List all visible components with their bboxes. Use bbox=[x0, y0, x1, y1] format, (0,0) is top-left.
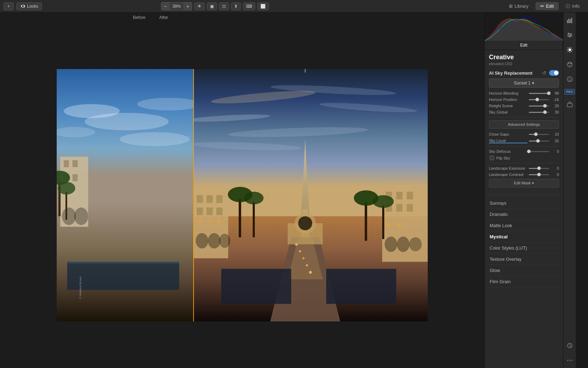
svg-point-2 bbox=[85, 113, 169, 130]
bag-icon-btn[interactable] bbox=[565, 100, 575, 109]
canvas-area: Before After bbox=[0, 13, 484, 368]
slider-value-landscape-contrast: 0 bbox=[551, 172, 559, 177]
menu-item-color-styles[interactable]: Color Styles (LUT) bbox=[489, 243, 559, 254]
histogram-svg bbox=[485, 13, 563, 41]
slider-track-landscape-exposure[interactable] bbox=[529, 168, 549, 169]
zoom-minus-button[interactable]: − bbox=[161, 2, 169, 10]
svg-rect-37 bbox=[216, 195, 223, 203]
split-line[interactable] bbox=[193, 69, 194, 321]
sun-icon-btn[interactable] bbox=[565, 45, 575, 55]
svg-rect-39 bbox=[206, 207, 213, 215]
add-icon: + bbox=[7, 4, 10, 9]
history-icon-btn[interactable] bbox=[565, 341, 575, 350]
zoom-plus-button[interactable]: + bbox=[184, 2, 192, 10]
slider-track-0[interactable] bbox=[529, 93, 549, 94]
compare-icon: ▣ bbox=[210, 4, 214, 9]
slider-label-sky-local: Sky Local bbox=[489, 138, 527, 143]
slider-value-2: 29 bbox=[551, 104, 559, 108]
fullscreen-button[interactable]: ⬜ bbox=[257, 2, 269, 10]
svg-point-109 bbox=[567, 360, 568, 361]
pro-badge[interactable]: PRO bbox=[564, 89, 575, 95]
edit-tab[interactable]: ✏ Edit bbox=[536, 2, 559, 10]
svg-line-99 bbox=[568, 51, 568, 52]
slider-track-landscape-contrast[interactable] bbox=[529, 174, 549, 175]
menu-item-sunrays[interactable]: Sunrays bbox=[489, 198, 559, 209]
palette-icon-btn[interactable] bbox=[565, 60, 575, 69]
menu-item-film-grain[interactable]: Film Grain bbox=[489, 276, 559, 287]
svg-point-61 bbox=[244, 192, 264, 204]
slider-track-3[interactable] bbox=[529, 112, 549, 113]
crop-button[interactable]: ⊡ bbox=[219, 2, 229, 10]
eye-button[interactable]: 👁 bbox=[194, 2, 205, 10]
slider-landscape-contrast: Landscape Contrast 0 bbox=[489, 172, 559, 177]
divider-3 bbox=[489, 163, 559, 163]
histogram-icon-btn[interactable] bbox=[565, 15, 575, 25]
more-icon bbox=[567, 357, 573, 363]
svg-point-104 bbox=[567, 77, 572, 82]
menu-item-glow[interactable]: Glow bbox=[489, 265, 559, 276]
face-icon-btn[interactable] bbox=[565, 74, 575, 84]
slider-track-2[interactable] bbox=[529, 105, 549, 107]
crop-icon: ⊡ bbox=[222, 4, 226, 9]
toggle-knob bbox=[554, 71, 558, 75]
edit-icon: ✏ bbox=[540, 4, 544, 9]
svg-rect-66 bbox=[198, 220, 201, 223]
menu-item-dramatic[interactable]: Dramatic bbox=[489, 209, 559, 220]
looks-icon: 👁‍🗨 bbox=[20, 4, 26, 9]
panel-tabs: Edit bbox=[485, 41, 563, 50]
zoom-value: 38% bbox=[169, 3, 183, 10]
svg-point-41 bbox=[196, 233, 208, 248]
svg-rect-69 bbox=[387, 223, 390, 226]
svg-rect-70 bbox=[398, 223, 401, 226]
tab-edit[interactable]: Edit bbox=[485, 41, 563, 50]
toggle-active[interactable] bbox=[549, 70, 559, 76]
flip-sky-checkbox[interactable] bbox=[490, 156, 494, 160]
sliders-icon-btn[interactable] bbox=[565, 30, 575, 40]
menu-item-mystical[interactable]: Mystical bbox=[489, 231, 559, 243]
zoom-control: − 38% + bbox=[161, 2, 192, 11]
edit-mask-button[interactable]: Edit Mask ▾ bbox=[489, 179, 559, 188]
slider-track-1[interactable] bbox=[529, 99, 549, 100]
right-section: Edit Creative elevated.CR2 AI Sky Replac… bbox=[484, 13, 588, 368]
svg-rect-9 bbox=[72, 160, 78, 167]
slider-sky-defocus: Sky Defocus 0 bbox=[489, 149, 559, 154]
flip-sky-row: Flip Sky bbox=[490, 156, 559, 160]
more-icon-btn[interactable] bbox=[565, 355, 575, 365]
slider-track-sky-local[interactable] bbox=[529, 141, 549, 142]
compare-button[interactable]: ▣ bbox=[207, 2, 217, 10]
info-tab[interactable]: ⓘ Info bbox=[561, 2, 584, 11]
svg-point-103 bbox=[569, 65, 570, 66]
menu-item-texture-overlay[interactable]: Texture Overlay bbox=[489, 254, 559, 265]
svg-rect-81 bbox=[567, 20, 568, 23]
sky-dropdown[interactable]: Sunset 1 ▾ bbox=[489, 79, 559, 88]
slider-track-sky-defocus[interactable] bbox=[529, 151, 549, 152]
svg-rect-84 bbox=[571, 18, 572, 23]
export-button[interactable]: ⬆ bbox=[231, 2, 241, 10]
slider-value-close-gaps: 10 bbox=[551, 132, 559, 136]
history-icon bbox=[567, 342, 573, 349]
svg-rect-60 bbox=[253, 202, 255, 237]
face-icon bbox=[567, 76, 573, 82]
reset-button[interactable]: ↺ bbox=[541, 70, 547, 76]
panel-content: Creative elevated.CR2 AI Sky Replacement… bbox=[485, 50, 563, 368]
svg-rect-40 bbox=[216, 207, 223, 215]
svg-rect-65 bbox=[326, 269, 396, 304]
slider-value-sky-defocus: 0 bbox=[551, 149, 559, 154]
svg-rect-46 bbox=[396, 192, 402, 199]
svg-rect-19 bbox=[67, 262, 179, 264]
svg-rect-35 bbox=[197, 195, 203, 203]
add-button[interactable]: + bbox=[4, 2, 14, 10]
eye-icon: 👁 bbox=[197, 4, 202, 9]
advanced-sliders: Close Gaps 10 Sky Local bbox=[489, 132, 559, 143]
slider-value-landscape-exposure: 0 bbox=[551, 166, 559, 170]
svg-rect-58 bbox=[239, 199, 241, 237]
slider-label-3: Sky Global bbox=[489, 110, 527, 114]
slider-track-close-gaps[interactable] bbox=[529, 134, 549, 135]
divider-4 bbox=[489, 195, 559, 195]
keyboard-button[interactable]: ⌨ bbox=[243, 2, 255, 10]
menu-item-matte-look[interactable]: Matte Look bbox=[489, 220, 559, 231]
library-tab[interactable]: ⊞ Library bbox=[504, 2, 533, 10]
svg-point-86 bbox=[568, 33, 569, 35]
advanced-settings-button[interactable]: Advanced Settings bbox=[489, 120, 559, 129]
looks-button[interactable]: 👁‍🗨 Looks bbox=[16, 2, 42, 10]
